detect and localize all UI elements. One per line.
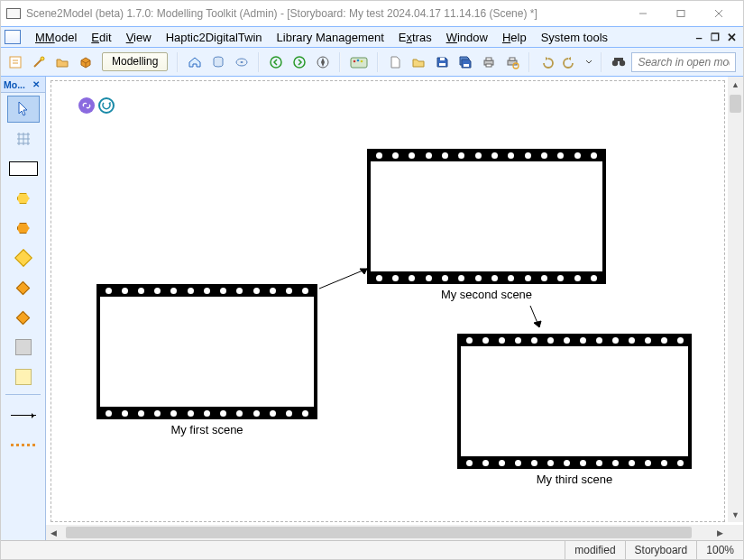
window-maximize-button[interactable] bbox=[662, 2, 700, 25]
save-all-icon[interactable] bbox=[455, 51, 476, 73]
svg-rect-24 bbox=[486, 64, 491, 67]
scene-node[interactable]: My third scene bbox=[457, 334, 692, 486]
menu-window-label: Window bbox=[446, 31, 488, 44]
open-doc-icon[interactable] bbox=[408, 51, 429, 73]
mode-label[interactable]: Modelling bbox=[102, 52, 168, 71]
svg-rect-23 bbox=[486, 58, 491, 60]
toolbar-separator bbox=[601, 52, 602, 72]
menu-haptic[interactable]: Haptic2DigitalTwin bbox=[159, 27, 270, 47]
undo-icon[interactable] bbox=[536, 51, 557, 73]
canvas-refresh-icon[interactable] bbox=[98, 97, 115, 114]
toolbar-separator bbox=[377, 52, 379, 72]
window-title-bar: Scene2Model (beta) 1.7.0: Modelling Tool… bbox=[1, 1, 743, 26]
connector-arrow[interactable] bbox=[525, 304, 552, 335]
horizontal-scrollbar[interactable]: ◀▶ bbox=[46, 525, 728, 540]
tool-scene-frame[interactable] bbox=[7, 155, 40, 182]
svg-point-12 bbox=[271, 57, 281, 68]
svg-point-17 bbox=[357, 59, 360, 61]
menu-bar: MModel/*noop*/Model Edit View Haptic2Dig… bbox=[1, 26, 743, 48]
menu-model-label: Model bbox=[45, 31, 77, 44]
connector-arrow[interactable] bbox=[317, 262, 376, 298]
wand-icon[interactable] bbox=[28, 51, 50, 73]
disk-icon[interactable] bbox=[231, 51, 253, 73]
menu-extras[interactable]: Extras bbox=[391, 27, 439, 47]
scene-label: My third scene bbox=[537, 473, 613, 486]
toolbar-separator bbox=[177, 52, 179, 72]
print-preview-icon[interactable] bbox=[501, 51, 523, 73]
menu-system-tools[interactable]: System tools bbox=[534, 27, 615, 47]
svg-rect-1 bbox=[677, 11, 684, 17]
vertical-scrollbar[interactable]: ▲▼ bbox=[728, 77, 743, 522]
tool-pointer[interactable] bbox=[7, 96, 40, 123]
menu-help-label: Help bbox=[502, 31, 527, 44]
palette-icon[interactable] bbox=[346, 51, 372, 73]
scene-node[interactable]: My first scene bbox=[96, 284, 317, 436]
compass-icon[interactable] bbox=[312, 51, 334, 73]
new-doc-icon[interactable] bbox=[384, 51, 406, 73]
canvas-page[interactable]: My first scene My second scene bbox=[51, 80, 725, 522]
nav-forward-icon[interactable] bbox=[289, 51, 310, 73]
database-icon[interactable] bbox=[207, 51, 229, 73]
scene-node[interactable]: My second scene bbox=[367, 149, 606, 301]
new-icon[interactable] bbox=[5, 51, 26, 73]
menu-library[interactable]: Library Management bbox=[270, 27, 391, 47]
canvas-area[interactable]: My first scene My second scene bbox=[46, 77, 743, 540]
scroll-corner bbox=[728, 525, 743, 540]
tool-diamond-yellow[interactable] bbox=[7, 244, 40, 271]
svg-point-13 bbox=[294, 57, 305, 68]
redo-icon[interactable] bbox=[559, 51, 581, 73]
home-icon[interactable] bbox=[184, 51, 206, 73]
svg-line-37 bbox=[319, 269, 367, 289]
palette-title: Mo... bbox=[4, 79, 25, 90]
menu-model[interactable]: MModel/*noop*/Model bbox=[28, 27, 84, 47]
scene-label: My first scene bbox=[170, 423, 243, 436]
toolbar-separator bbox=[528, 52, 530, 72]
svg-rect-19 bbox=[439, 63, 445, 66]
print-icon[interactable] bbox=[478, 51, 500, 73]
window-minimize-button[interactable] bbox=[624, 2, 662, 25]
mdi-close-button[interactable]: ✕ bbox=[725, 31, 738, 44]
folder-open-icon[interactable] bbox=[51, 51, 73, 73]
tool-diamond-orange-1[interactable] bbox=[7, 274, 40, 301]
scene-label: My second scene bbox=[441, 288, 532, 301]
svg-line-7 bbox=[34, 60, 41, 67]
svg-rect-15 bbox=[351, 58, 367, 68]
menu-haptic-label: Haptic2DigitalTwin bbox=[166, 31, 262, 44]
svg-point-11 bbox=[241, 61, 243, 63]
status-zoom[interactable]: 100% bbox=[696, 541, 743, 559]
save-icon[interactable] bbox=[431, 51, 453, 73]
tool-connector-dotted[interactable] bbox=[7, 431, 40, 458]
mdi-minimize-button[interactable]: – bbox=[693, 31, 705, 44]
tool-hex-yellow[interactable] bbox=[7, 185, 40, 212]
undo-dropdown-icon[interactable] bbox=[583, 51, 595, 73]
window-close-button[interactable] bbox=[700, 2, 738, 25]
mdi-doc-icon[interactable] bbox=[5, 30, 21, 44]
search-input-wrap[interactable] bbox=[631, 52, 736, 72]
status-modified: modified bbox=[565, 541, 624, 559]
canvas-link-icon[interactable] bbox=[78, 97, 95, 114]
mdi-restore-button[interactable]: ❐ bbox=[709, 32, 721, 43]
palette-close-button[interactable]: ✕ bbox=[30, 78, 42, 90]
tool-diamond-orange-2[interactable] bbox=[7, 304, 40, 331]
svg-point-16 bbox=[354, 60, 356, 62]
menu-help[interactable]: Help bbox=[495, 27, 534, 47]
tool-rect-gray[interactable] bbox=[7, 334, 40, 361]
search-binoculars-icon[interactable] bbox=[608, 51, 629, 73]
tool-connector-arrow[interactable] bbox=[7, 401, 40, 428]
menu-system-tools-label: System tools bbox=[541, 31, 608, 44]
status-mode: Storyboard bbox=[625, 541, 697, 559]
svg-rect-26 bbox=[510, 58, 515, 60]
svg-point-18 bbox=[361, 60, 363, 62]
nav-back-icon[interactable] bbox=[265, 51, 287, 73]
tool-grid[interactable] bbox=[7, 125, 40, 152]
svg-rect-30 bbox=[614, 58, 623, 61]
tool-hex-orange[interactable] bbox=[7, 215, 40, 242]
svg-rect-21 bbox=[464, 64, 469, 67]
menu-window[interactable]: Window bbox=[439, 27, 495, 47]
menu-edit[interactable]: Edit bbox=[84, 27, 118, 47]
app-icon bbox=[6, 8, 21, 19]
menu-view[interactable]: View bbox=[119, 27, 159, 47]
tool-rect-yellow[interactable] bbox=[7, 363, 40, 390]
search-input[interactable] bbox=[638, 56, 730, 69]
box-icon[interactable] bbox=[75, 51, 96, 73]
